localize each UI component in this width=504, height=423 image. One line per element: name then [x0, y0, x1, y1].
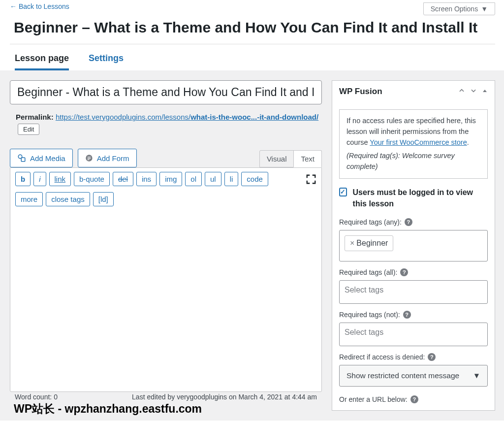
required-tags-all-input[interactable]: Select tags [339, 280, 488, 304]
add-form-button[interactable]: Add Form [78, 149, 137, 167]
help-icon[interactable]: ? [428, 353, 436, 361]
qt-ins[interactable]: ins [136, 172, 157, 186]
qt-li[interactable]: li [224, 172, 239, 186]
qt-more[interactable]: more [15, 192, 43, 206]
collapse-icon[interactable] [482, 87, 488, 97]
fullscreen-icon[interactable] [306, 174, 316, 185]
inherit-notice: If no access rules are specified here, t… [339, 109, 488, 179]
required-tags-any-label: Required tags (any): ? [339, 218, 488, 226]
wp-fusion-metabox: WP Fusion If no access rules are specifi… [332, 80, 495, 411]
remove-tag-icon[interactable]: × [350, 239, 354, 248]
add-media-button[interactable]: Add Media [10, 149, 73, 167]
course-link[interactable]: Your first WooCommerce store [370, 138, 467, 146]
required-tags-note: (Required tag(s): Welcome survey complet… [346, 151, 480, 172]
permalink-label: Permalink: [16, 113, 54, 121]
permalink-row: Permalink: https://test.verygoodplugins.… [16, 111, 321, 135]
media-icon [17, 154, 26, 163]
metabox-title: WP Fusion [339, 87, 382, 97]
lesson-title-input[interactable] [10, 80, 322, 104]
chevron-down-icon: ▼ [473, 371, 480, 380]
svg-rect-5 [87, 160, 89, 160]
svg-rect-1 [21, 158, 25, 162]
editor-mode-visual[interactable]: Visual [259, 150, 294, 167]
qt-del[interactable]: del [113, 172, 133, 186]
chevron-down-icon: ▼ [481, 5, 488, 13]
page-title: Beginner – What is a Theme and How You C… [0, 15, 504, 44]
qt-bold[interactable]: b [15, 172, 31, 186]
tab-settings[interactable]: Settings [89, 53, 124, 70]
svg-rect-3 [87, 157, 91, 157]
permalink-link[interactable]: https://test.verygoodplugins.com/lessons… [56, 113, 318, 121]
redirect-label: Redirect if access is denied: ? [339, 353, 488, 361]
edit-permalink-button[interactable]: Edit [18, 124, 39, 135]
tab-bar: Lesson page Settings [0, 44, 504, 70]
qt-ul[interactable]: ul [205, 172, 221, 186]
qt-img[interactable]: img [159, 172, 182, 186]
help-icon[interactable]: ? [410, 395, 418, 403]
qt-ld[interactable]: [ld] [93, 192, 114, 206]
back-to-lessons-link[interactable]: ← Back to Lessons [10, 2, 69, 10]
qt-close-tags[interactable]: close tags [46, 192, 90, 206]
reorder-up-icon[interactable] [458, 87, 465, 97]
tag-chip-beginner: × Beginner [345, 235, 393, 251]
word-count: Word count: 0 [15, 393, 58, 401]
required-tags-not-label: Required tags (not): ? [339, 311, 488, 319]
qt-ol[interactable]: ol [185, 172, 202, 186]
editor-mode-text[interactable]: Text [293, 150, 322, 167]
content-editor-textarea[interactable] [10, 210, 321, 391]
watermark: WP站长 - wpzhanzhang.eastfu.com [14, 401, 202, 417]
reorder-down-icon[interactable] [470, 87, 477, 97]
redirect-select[interactable]: Show restricted content message ▼ [339, 365, 488, 387]
url-label: Or enter a URL below: ? [339, 395, 488, 403]
qt-link[interactable]: link [49, 172, 71, 186]
qt-blockquote[interactable]: b-quote [74, 172, 110, 186]
required-tags-any-input[interactable]: × Beginner [339, 230, 488, 261]
help-icon[interactable]: ? [405, 218, 412, 226]
required-tags-not-input[interactable]: Select tags [339, 323, 488, 346]
quicktags-toolbar: b i link b-quote del ins img ol ul li co… [10, 168, 321, 210]
qt-italic[interactable]: i [33, 172, 46, 186]
help-icon[interactable]: ? [400, 268, 408, 276]
tab-lesson-page[interactable]: Lesson page [15, 53, 69, 70]
arrow-left-icon: ← [10, 2, 17, 10]
required-tags-all-label: Required tags (all): ? [339, 268, 488, 276]
logged-in-checkbox[interactable]: ✓ [339, 188, 347, 196]
qt-code[interactable]: code [241, 172, 268, 186]
svg-rect-4 [87, 158, 91, 159]
form-icon [85, 154, 93, 162]
help-icon[interactable]: ? [403, 311, 411, 319]
logged-in-label: Users must be logged in to view this les… [353, 187, 488, 209]
last-edited: Last edited by verygoodplugins on March … [132, 393, 317, 401]
screen-options-button[interactable]: Screen Options ▼ [423, 2, 495, 15]
